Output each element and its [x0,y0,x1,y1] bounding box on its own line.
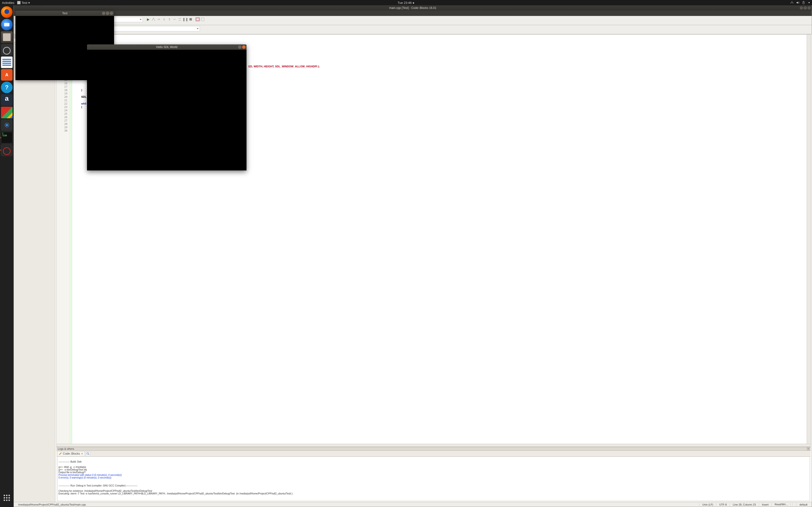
debug-stop-icon[interactable] [188,17,193,22]
dock-amazon[interactable] [1,94,12,106]
status-insert-mode: Insert [759,503,772,506]
status-profile: default [796,503,810,506]
dock-files[interactable] [1,32,12,43]
sdl-window-title: Hello SDL World [156,45,177,49]
logs-tab-bar: Code::Blocks ✕ [56,451,811,457]
test-maximize-button[interactable] [106,12,109,15]
svg-rect-0 [792,1,792,2]
debug-step-instr-icon[interactable] [177,17,183,22]
svg-rect-9 [201,18,204,21]
ide-toolbar-row-1: Debug ▶ ❚❚ [14,16,812,25]
sdl-minimize-button[interactable] [238,45,242,49]
debug-next-line-icon[interactable] [156,17,161,22]
dock-libreoffice-writer[interactable] [1,56,12,68]
clock-label[interactable]: Tue 23:48 ● [398,1,414,5]
dock-windows-app[interactable] [1,107,12,118]
debug-info-icon[interactable] [200,17,205,22]
logs-panel: Logs & others ✕ Code::Blocks ✕ [56,447,811,502]
maximize-button[interactable] [804,6,807,10]
dock-system[interactable] [1,44,12,56]
status-cursor: Line 28, Column 23 [729,503,759,506]
build-log-output[interactable]: -------------- Build: Deb g++ -Wall -g -… [57,457,810,501]
sdl-window-content [87,50,247,170]
system-menu-caret-icon[interactable] [808,2,810,3]
svg-rect-1 [791,3,791,4]
close-button[interactable] [807,6,811,10]
ide-title: main.cpp [Test] - Code::Blocks 16.01 [389,6,436,10]
test-window-title: Test [62,12,67,15]
apps-grid-icon [4,495,10,501]
debug-run-icon[interactable]: ▶ [146,17,151,22]
dock-xterm[interactable] [1,132,12,144]
svg-rect-7 [190,18,192,20]
volume-icon[interactable] [796,1,800,4]
editor-horizontal-scrollbar[interactable] [57,444,811,447]
ide-titlebar[interactable]: main.cpp [Test] - Code::Blocks 16.01 [14,5,812,11]
sdl-window[interactable]: Hello SDL World [87,44,247,170]
sdl-window-titlebar[interactable]: Hello SDL World [87,44,247,50]
pencil-icon [59,452,62,455]
test-close-button[interactable] [110,12,113,15]
status-filepath: /media/psf/Home/Project/CPP/sdl2_ubuntu/… [15,503,699,506]
log-tab-search[interactable] [86,451,90,456]
app-menu[interactable]: Test ▾ [17,1,30,5]
debug-step-into-icon[interactable] [162,17,166,22]
battery-icon[interactable] [802,1,805,4]
test-window-titlebar[interactable]: Test [15,11,114,16]
svg-rect-8 [196,18,199,20]
ide-menubar: File gs Help [14,11,812,16]
app-menu-icon [17,1,20,4]
dock-samegame[interactable] [1,119,12,131]
svg-rect-2 [793,3,794,4]
test-minimize-button[interactable] [102,12,105,15]
svg-point-10 [87,453,89,454]
svg-rect-4 [803,1,804,2]
dock-show-applications[interactable] [1,492,12,504]
logs-panel-close-icon[interactable]: ✕ [807,447,810,450]
debug-break-icon[interactable]: ❚❚ [183,17,188,22]
status-eol: Unix (LF) [699,503,716,506]
dock-thunderbird[interactable] [1,19,12,31]
activities-button[interactable]: Activities [2,1,14,5]
dock-ubuntu-software[interactable] [1,69,12,80]
status-readwrite: Read/Wri… ⋮⋮ [771,503,796,506]
logs-panel-title: Logs & others ✕ [56,447,811,451]
ide-toolbar-row-2 [14,25,812,34]
log-tab-codeblocks[interactable]: Code::Blocks ✕ [57,451,85,456]
status-encoding: UTF-8 [716,503,729,506]
debug-run-to-cursor-icon[interactable] [151,17,156,22]
minimize-button[interactable] [800,6,803,10]
line-number-gutter: 14 15 16 17 18 19 20 21 22 23 24 25 26 2… [57,35,70,444]
dock-blocked-app[interactable] [1,145,12,156]
sdl-close-button[interactable] [242,45,246,49]
dock-firefox[interactable] [1,6,12,18]
debug-step-out-icon[interactable] [167,17,172,22]
app-menu-label: Test ▾ [21,1,30,5]
change-marker-bar [70,35,72,444]
ubuntu-dock [0,5,13,507]
management-panel: Man Pr ▾ [14,34,55,502]
debug-next-instr-icon[interactable] [172,17,177,22]
gnome-top-panel: Activities Test ▾ Tue 23:48 ● [0,0,812,5]
ide-statusbar: /media/psf/Home/Project/CPP/sdl2_ubuntu/… [14,502,812,507]
search-icon [87,452,89,455]
debug-windows-icon[interactable] [196,17,200,21]
log-tab-close-icon[interactable]: ✕ [81,452,83,455]
dock-help[interactable] [1,81,12,93]
network-icon[interactable] [790,1,794,4]
editor-vertical-scrollbar[interactable] [807,35,811,444]
